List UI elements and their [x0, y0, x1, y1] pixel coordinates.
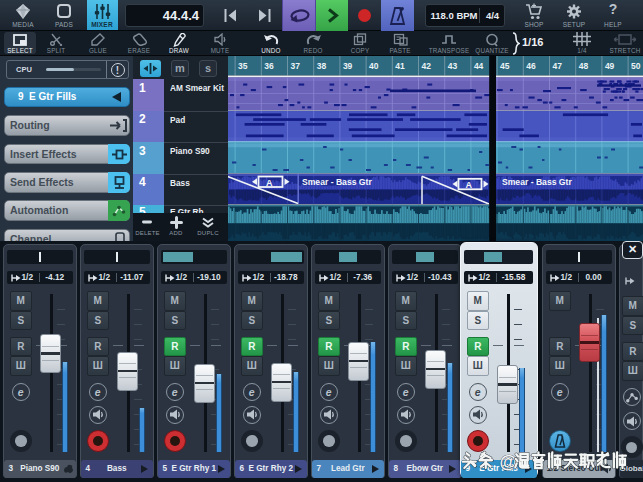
svg-text:39: 39: [343, 61, 353, 71]
svg-text:48: 48: [579, 61, 589, 71]
svg-text:Smear - Bass Gtr: Smear - Bass Gtr: [502, 177, 572, 187]
svg-text:46: 46: [526, 61, 536, 71]
svg-text:@: @: [499, 452, 516, 472]
svg-text:44: 44: [474, 61, 484, 71]
svg-text:49: 49: [605, 61, 615, 71]
svg-text:37: 37: [291, 61, 301, 71]
svg-text:47: 47: [553, 61, 563, 71]
svg-text:Smear - Bass Gtr: Smear - Bass Gtr: [302, 177, 372, 187]
svg-text:45: 45: [500, 61, 510, 71]
svg-text:36: 36: [264, 61, 274, 71]
svg-text:35: 35: [238, 61, 248, 71]
svg-text:A: A: [466, 180, 473, 190]
svg-text:A: A: [266, 178, 273, 188]
svg-text:43: 43: [448, 61, 458, 71]
svg-text:41: 41: [395, 61, 405, 71]
svg-text:40: 40: [369, 61, 379, 71]
svg-text:50: 50: [631, 61, 641, 71]
svg-text:38: 38: [317, 61, 327, 71]
svg-text:42: 42: [422, 61, 432, 71]
